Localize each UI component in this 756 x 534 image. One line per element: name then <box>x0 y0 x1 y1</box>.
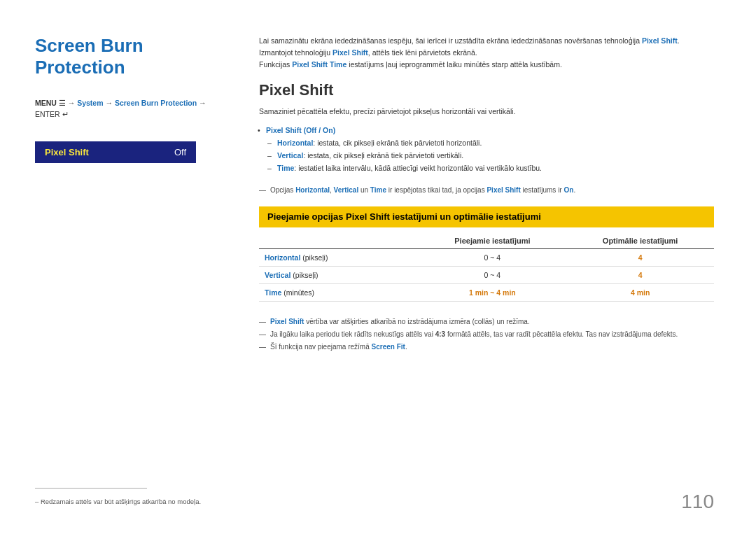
menu-icon: ☰ → <box>59 99 77 107</box>
bottom-note-1: Pixel Shift vērtība var atšķirties atkar… <box>259 316 714 327</box>
vertical-label: Vertical <box>277 151 303 160</box>
vertical-unit: (pikseļi) <box>293 271 318 279</box>
page-number: 110 <box>681 491 714 513</box>
table-body: Horizontal (pikseļi) 0 ~ 4 4 Vertical (p… <box>259 248 714 301</box>
note-on: On <box>564 186 573 194</box>
row-horizontal-label: Horizontal (pikseļi) <box>259 248 419 266</box>
screen-fit-label: Screen Fit <box>372 343 405 351</box>
bottom-note-3: Šī funkcija nav pieejama režīmā Screen F… <box>259 342 714 352</box>
menu-system: System <box>77 99 103 107</box>
highlight-pixelshift-1: Pixel Shift <box>642 36 678 45</box>
note-vertical: Vertical <box>334 186 359 194</box>
time-label: Time <box>277 164 294 172</box>
vertical-cell-label: Vertical <box>265 271 290 279</box>
note-time: Time <box>370 186 386 194</box>
section-desc: Samaziniet pēcattēla efektu, precīzi pār… <box>259 106 714 118</box>
time-optimal: 4 min <box>566 283 714 301</box>
page-title: Screen Burn Protection <box>35 35 231 78</box>
horizontal-unit: (pikseļi) <box>302 253 328 262</box>
page: Screen Burn Protection MENU ☰ → System →… <box>0 0 756 534</box>
menu-label: MENU <box>35 99 57 107</box>
opcijas-note: Opcijas Horizontal, Vertical un Time ir … <box>259 185 714 195</box>
col-header-available: Pieejamie iestatījumi <box>419 233 567 249</box>
table-row: Time (minūtes) 1 min ~ 4 min 4 min <box>259 283 714 301</box>
sub-item-vertical: Vertical: iestata, cik pikseļi ekrānā ti… <box>277 150 714 162</box>
time-range: 1 min ~ 4 min <box>419 283 567 301</box>
bottom-note-2: Ja ilgāku laika periodu tiek rādīts neku… <box>259 329 714 339</box>
sub-item-horizontal: Horizontal: iestata, cik pikseļi ekrānā … <box>277 137 714 150</box>
section-title: Pixel Shift <box>259 81 714 99</box>
menu-path: MENU ☰ → System → Screen Burn Protection… <box>35 98 231 120</box>
intro-block: Lai samazinātu ekrāna iededzināšanas ies… <box>259 35 714 70</box>
time-unit: (minūtes) <box>284 288 314 297</box>
horizontal-cell-label: Horizontal <box>265 253 300 262</box>
format-43: 4:3 <box>435 330 445 338</box>
sub-item-time: Time: iestatiet laika intervālu, kādā at… <box>277 162 714 175</box>
horizontal-label: Horizontal <box>277 139 313 147</box>
row-vertical-label: Vertical (pikseļi) <box>259 266 419 283</box>
bullet-list: Pixel Shift (Off / On) Horizontal: iesta… <box>266 125 714 174</box>
horizontal-optimal: 4 <box>566 248 714 266</box>
pixel-shift-bar: Pixel Shift Off <box>35 141 196 163</box>
horizontal-range: 0 ~ 4 <box>419 248 567 266</box>
right-column: Lai samazinātu ekrāna iededzināšanas ies… <box>259 35 714 506</box>
note-pixelshift: Pixel Shift <box>486 186 520 194</box>
pixelshift-note-label: Pixel Shift <box>270 318 304 325</box>
bullet-item-pixelshift: Pixel Shift (Off / On) Horizontal: iesta… <box>266 125 714 174</box>
row-time-label: Time (minūtes) <box>259 283 419 301</box>
table-header: Pieejamie iestatījumi Optimālie iestatīj… <box>259 233 714 249</box>
sub-list: Horizontal: iestata, cik pikseļi ekrānā … <box>277 137 714 175</box>
intro-line-3: Funkcijas Pixel Shift Time iestatījums ļ… <box>259 59 714 71</box>
col-header-optimal: Optimālie iestatījumi <box>566 233 714 249</box>
settings-table: Pieejamie iestatījumi Optimālie iestatīj… <box>259 233 714 302</box>
bullet-label: Pixel Shift (Off / On) <box>266 126 335 134</box>
note-horizontal: Horizontal <box>295 186 330 194</box>
highlight-pixelshift-time: Pixel Shift Time <box>292 60 346 69</box>
pixel-shift-value: Off <box>174 147 186 157</box>
bottom-notes: Pixel Shift vērtība var atšķirties atkar… <box>259 314 714 354</box>
arrow-1: → <box>105 99 114 107</box>
intro-line-1: Lai samazinātu ekrāna iededzināšanas ies… <box>259 35 714 47</box>
highlight-banner: Pieejamie opcijas Pixel Shift iestatījum… <box>259 206 714 227</box>
menu-screen-burn: Screen Burn Protection <box>115 99 197 107</box>
intro-line-2: Izmantojot tehnoloģiju Pixel Shift, attē… <box>259 47 714 59</box>
col-header-setting <box>259 233 419 249</box>
pixel-shift-label: Pixel Shift <box>45 147 89 157</box>
vertical-range: 0 ~ 4 <box>419 266 567 283</box>
table-header-row: Pieejamie iestatījumi Optimālie iestatīj… <box>259 233 714 249</box>
time-cell-label: Time <box>265 288 281 297</box>
table-row: Vertical (pikseļi) 0 ~ 4 4 <box>259 266 714 283</box>
left-column: Screen Burn Protection MENU ☰ → System →… <box>35 35 231 506</box>
divider <box>35 488 147 489</box>
table-row: Horizontal (pikseļi) 0 ~ 4 4 <box>259 248 714 266</box>
model-note: – Redzamais attēls var būt atšķirīgs atk… <box>35 497 231 506</box>
highlight-pixelshift-2: Pixel Shift <box>332 48 368 57</box>
vertical-optimal: 4 <box>566 266 714 283</box>
